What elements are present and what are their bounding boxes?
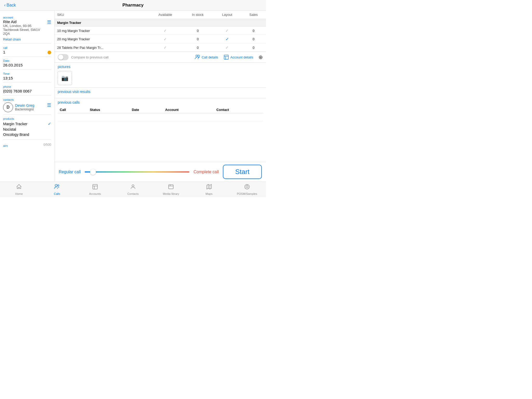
time-value: 13:15 bbox=[3, 76, 51, 80]
header: ‹ Back Pharmacy bbox=[0, 0, 266, 11]
available-check-icon: ✓ bbox=[164, 45, 167, 50]
back-button[interactable]: ‹ Back bbox=[4, 3, 16, 8]
contact-list-icon[interactable]: ☰ bbox=[47, 102, 51, 108]
account-list-icon[interactable]: ☰ bbox=[47, 19, 51, 25]
slider-container[interactable] bbox=[85, 169, 189, 175]
pictures-label: pictures bbox=[58, 65, 263, 69]
sku-in-stock: 0 bbox=[182, 35, 213, 44]
sku-table: SKU Available In stock Layout Sales Marg… bbox=[55, 11, 266, 52]
contacts-label: contacts bbox=[3, 98, 51, 101]
svg-point-6 bbox=[57, 185, 59, 186]
svg-point-1 bbox=[198, 55, 200, 57]
sales-col-header: Sales bbox=[241, 11, 266, 19]
nav-item-media[interactable]: Media library bbox=[152, 182, 190, 197]
products-list: Margin Tracker✓NocistalOncology Brand bbox=[3, 121, 51, 137]
product-name: Oncology Brand bbox=[3, 132, 29, 137]
start-button[interactable]: Start bbox=[223, 165, 262, 179]
compare-toggle[interactable] bbox=[58, 54, 69, 60]
sku-row: 20 mg Margin Tracker ✓ 0 ✓ 0 bbox=[55, 35, 266, 44]
maps-nav-label: Maps bbox=[205, 192, 212, 195]
layout-col-header: Layout bbox=[213, 11, 241, 19]
product-item: Oncology Brand bbox=[3, 132, 51, 137]
svg-point-5 bbox=[55, 184, 57, 187]
calls-nav-icon bbox=[54, 184, 60, 191]
sku-in-stock: 0 bbox=[182, 27, 213, 35]
nav-item-calls[interactable]: Calls bbox=[38, 182, 76, 197]
sku-sales: 0 bbox=[241, 27, 266, 35]
sku-group-header: Margin Tracker bbox=[55, 19, 266, 27]
account-type[interactable]: Retail chain bbox=[3, 37, 21, 41]
prev-calls-label: previous calls bbox=[58, 100, 263, 104]
prev-visit-section: previous visit results bbox=[55, 88, 266, 98]
regular-call-label: Regular call bbox=[59, 170, 81, 174]
account-name: Rite Aid bbox=[3, 19, 47, 24]
aim-count: 0/500 bbox=[43, 143, 51, 147]
nav-item-home[interactable]: Home bbox=[0, 182, 38, 197]
sku-layout: ✓ bbox=[213, 35, 241, 44]
bottom-nav: Home Calls Accounts Contacts Media libra… bbox=[0, 182, 266, 197]
time-label: Time: bbox=[3, 72, 51, 75]
calls-header-row: Call Status Date Account Contact bbox=[58, 107, 263, 113]
svg-point-10 bbox=[132, 185, 134, 187]
contact-info: Dewin Greg Bacteriologist bbox=[15, 103, 34, 111]
call-label: call bbox=[3, 46, 51, 49]
svg-rect-7 bbox=[93, 184, 97, 189]
products-label: products bbox=[3, 117, 51, 120]
calls-nav-label: Calls bbox=[54, 192, 60, 195]
call-status-dot bbox=[48, 51, 51, 54]
available-check-icon: ✓ bbox=[164, 29, 167, 33]
sku-layout: ✓ bbox=[213, 44, 241, 52]
compare-row: Compare to previous call Call details bbox=[55, 52, 266, 63]
call-row: 1 bbox=[3, 50, 51, 54]
account-details-button[interactable]: Account details bbox=[223, 54, 253, 60]
instock-col-header: In stock bbox=[182, 11, 213, 19]
home-nav-icon bbox=[16, 184, 22, 191]
photo-placeholder[interactable]: 📷 bbox=[58, 71, 72, 85]
maps-nav-icon bbox=[206, 184, 212, 191]
account-address: UK, London, 93-95 Tachbrook Street, SW1V… bbox=[3, 24, 47, 36]
sku-name: 20 mg Margin Tracker bbox=[55, 35, 148, 44]
contact-name[interactable]: Dewin Greg bbox=[15, 103, 34, 108]
sku-available: ✓ bbox=[148, 35, 182, 44]
nav-item-accounts[interactable]: Accounts bbox=[76, 182, 114, 197]
action-bar: Regular call Complete call Start bbox=[55, 162, 266, 182]
contact-role: Bacteriologist bbox=[15, 108, 34, 111]
nav-item-posm[interactable]: POSM/Samples bbox=[228, 182, 266, 197]
product-name: Margin Tracker bbox=[3, 122, 27, 126]
available-col-header: Available bbox=[148, 11, 182, 19]
sku-col-header: SKU bbox=[55, 11, 148, 19]
contact-avatar: D bbox=[3, 102, 13, 112]
sku-header-row: SKU Available In stock Layout Sales bbox=[55, 11, 266, 19]
account-details-icon bbox=[223, 54, 229, 60]
compare-label: Compare to previous call bbox=[71, 55, 109, 59]
contact-initial: D bbox=[6, 105, 10, 110]
sku-sales: 0 bbox=[241, 35, 266, 44]
back-chevron-icon: ‹ bbox=[4, 3, 5, 8]
product-item: Margin Tracker✓ bbox=[3, 121, 51, 127]
calls-table: Call Status Date Account Contact bbox=[58, 107, 263, 121]
call-col-header: Call bbox=[58, 107, 88, 113]
sku-row: 10 mg Margin Tracker ✓ 0 ✓ 0 bbox=[55, 27, 266, 35]
call-details-button[interactable]: Call details bbox=[195, 54, 218, 60]
nav-item-maps[interactable]: Maps bbox=[190, 182, 228, 197]
media-nav-label: Media library bbox=[163, 192, 179, 195]
contact-row-container: D Dewin Greg Bacteriologist ☰ bbox=[3, 102, 51, 112]
home-nav-label: Home bbox=[15, 192, 23, 195]
layout-check-icon: ✓ bbox=[225, 45, 229, 50]
compare-actions: Call details Account details ⊕ bbox=[195, 54, 263, 60]
nav-item-contacts[interactable]: Contacts bbox=[114, 182, 152, 197]
sku-section: SKU Available In stock Layout Sales Marg… bbox=[55, 11, 266, 52]
zoom-icon[interactable]: ⊕ bbox=[258, 54, 263, 60]
layout-check-blue-icon: ✓ bbox=[225, 37, 229, 41]
account-details-label: Account details bbox=[230, 55, 253, 59]
accounts-nav-icon bbox=[92, 184, 98, 191]
date-value: 26.03.2015 bbox=[3, 63, 51, 67]
date-label: Date: bbox=[3, 59, 51, 62]
slider-thumb[interactable] bbox=[90, 169, 96, 175]
calls-tbody bbox=[58, 113, 263, 121]
available-check-icon: ✓ bbox=[164, 37, 167, 41]
posm-nav-label: POSM/Samples bbox=[237, 192, 257, 195]
sku-name: 10 mg Margin Tracker bbox=[55, 27, 148, 35]
complete-call-label: Complete call bbox=[194, 170, 219, 174]
sku-sales: 0 bbox=[241, 44, 266, 52]
